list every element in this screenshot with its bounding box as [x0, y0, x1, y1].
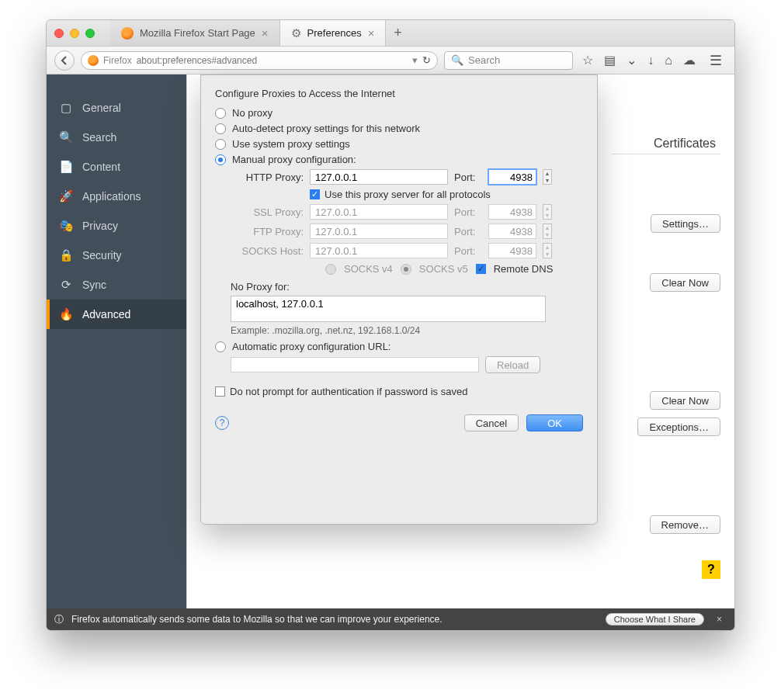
port-label: Port:	[454, 206, 482, 218]
toolbar: Firefox about:preferences#advanced ▾ ↻ 🔍…	[47, 47, 734, 75]
reading-list-icon[interactable]: ▤	[604, 53, 616, 68]
sidebar-item-security[interactable]: 🔒Security	[47, 241, 186, 270]
close-notice-icon[interactable]: ×	[712, 614, 727, 625]
sync-icon: ⟳	[59, 278, 73, 292]
use-for-all-checkbox[interactable]	[310, 189, 320, 199]
help-button[interactable]: ?	[702, 560, 720, 579]
radio-icon	[215, 108, 226, 119]
http-proxy-row: HTTP Proxy: Port: ▲▼	[231, 169, 583, 185]
new-tab-button[interactable]: +	[386, 20, 409, 46]
notice-text: Firefox automatically sends some data to…	[71, 614, 443, 625]
ftp-proxy-host-input	[310, 224, 448, 239]
port-label: Port:	[454, 172, 482, 183]
url-bar[interactable]: Firefox about:preferences#advanced ▾ ↻	[81, 51, 438, 70]
reload-button: Reload	[485, 356, 540, 373]
sidebar-item-label: Search	[82, 131, 116, 144]
ok-button[interactable]: OK	[526, 414, 583, 431]
reload-icon[interactable]: ↻	[422, 54, 431, 66]
radio-manual[interactable]: Manual proxy configuration:	[215, 154, 583, 165]
titlebar: Mozilla Firefox Start Page × ⚙ Preferenc…	[47, 20, 734, 47]
menu-button[interactable]: ☰	[705, 52, 727, 69]
port-stepper[interactable]: ▲▼	[543, 169, 552, 185]
dropdown-icon[interactable]: ▾	[412, 54, 418, 66]
tab-preferences[interactable]: ⚙ Preferences ×	[280, 20, 387, 46]
clear-now-button[interactable]: Clear Now	[650, 273, 720, 292]
clear-now-button-2[interactable]: Clear Now	[650, 391, 720, 410]
radio-auto-detect[interactable]: Auto-detect proxy settings for this netw…	[215, 123, 583, 134]
sidebar-item-label: Security	[82, 249, 122, 262]
radio-no-proxy[interactable]: No proxy	[215, 107, 583, 119]
tab-start-page[interactable]: Mozilla Firefox Start Page ×	[110, 20, 280, 46]
general-icon: ▢	[59, 101, 73, 115]
security-icon: 🔒	[59, 248, 73, 262]
http-proxy-port-input[interactable]	[488, 169, 536, 185]
close-window-icon[interactable]	[54, 29, 64, 38]
telemetry-notice-bar: ⓘ Firefox automatically sends some data …	[47, 608, 734, 630]
sidebar-item-privacy[interactable]: 🎭Privacy	[47, 211, 186, 241]
bookmark-star-icon[interactable]: ☆	[582, 53, 593, 68]
cancel-button[interactable]: Cancel	[464, 414, 519, 431]
certificates-tab[interactable]: Certificates	[654, 137, 716, 151]
socks-v5-radio	[401, 264, 411, 275]
no-proxy-example: Example: .mozilla.org, .net.nz, 192.168.…	[231, 325, 583, 336]
sidebar-item-general[interactable]: ▢General	[47, 93, 186, 123]
no-proxy-for-input[interactable]	[231, 296, 546, 322]
radio-icon	[215, 341, 226, 352]
chat-icon[interactable]: ☁	[683, 53, 696, 68]
radio-icon	[215, 154, 226, 165]
ssl-proxy-label: SSL Proxy:	[231, 206, 304, 218]
pocket-icon[interactable]: ⌄	[627, 53, 637, 68]
sidebar-item-label: General	[82, 102, 121, 114]
url-text: about:preferences#advanced	[137, 55, 408, 66]
privacy-icon: 🎭	[59, 219, 73, 233]
remote-dns-checkbox[interactable]	[476, 264, 486, 274]
info-icon: ⓘ	[54, 613, 64, 626]
ssl-proxy-row: SSL Proxy: Port: ▲▼	[231, 204, 583, 220]
sidebar-item-label: Content	[82, 161, 120, 173]
sidebar-item-content[interactable]: 📄Content	[47, 152, 186, 182]
search-icon: 🔍	[59, 130, 73, 144]
zoom-window-icon[interactable]	[85, 29, 95, 38]
settings-button[interactable]: Settings…	[651, 214, 720, 233]
sidebar-item-label: Privacy	[82, 220, 118, 232]
close-tab-icon[interactable]: ×	[262, 27, 269, 39]
port-stepper: ▲▼	[543, 243, 552, 258]
radio-label: Manual proxy configuration:	[232, 154, 356, 165]
exceptions-button[interactable]: Exceptions…	[637, 418, 720, 436]
radio-label: Automatic proxy configuration URL:	[232, 341, 390, 352]
sidebar-item-applications[interactable]: 🚀Applications	[47, 182, 186, 211]
help-icon[interactable]: ?	[215, 416, 229, 430]
do-not-prompt-label: Do not prompt for authentication if pass…	[230, 386, 467, 397]
radio-use-system[interactable]: Use system proxy settings	[215, 138, 583, 150]
dialog-title: Configure Proxies to Access the Internet	[215, 88, 583, 99]
socks-host-input	[310, 243, 448, 258]
choose-share-button[interactable]: Choose What I Share	[606, 613, 704, 625]
window-controls	[54, 29, 95, 38]
back-button[interactable]	[54, 50, 75, 71]
socks-host-row: SOCKS Host: Port: ▲▼	[231, 243, 583, 258]
close-tab-icon[interactable]: ×	[368, 27, 375, 39]
sidebar-item-search[interactable]: 🔍Search	[47, 123, 186, 152]
http-proxy-label: HTTP Proxy:	[231, 172, 304, 183]
sidebar-item-advanced[interactable]: 🔥Advanced	[47, 300, 186, 329]
ssl-proxy-port-input	[488, 204, 536, 220]
radio-icon	[215, 139, 226, 150]
firefox-icon	[88, 55, 99, 66]
socks-v4-label: SOCKS v4	[344, 263, 393, 275]
minimize-window-icon[interactable]	[70, 29, 79, 38]
ssl-proxy-host-input	[310, 204, 448, 220]
http-proxy-host-input[interactable]	[310, 169, 448, 185]
content-icon: 📄	[59, 160, 73, 174]
search-bar[interactable]: 🔍 Search	[444, 51, 573, 70]
downloads-icon[interactable]: ↓	[647, 54, 654, 68]
sidebar-item-sync[interactable]: ⟳Sync	[47, 270, 186, 300]
home-icon[interactable]: ⌂	[665, 54, 672, 68]
tab-label: Mozilla Firefox Start Page	[140, 27, 255, 39]
do-not-prompt-checkbox[interactable]	[215, 386, 225, 397]
radio-auto-url[interactable]: Automatic proxy configuration URL:	[215, 341, 583, 352]
search-placeholder: Search	[468, 54, 500, 66]
sidebar: ▢General 🔍Search 📄Content 🚀Applications …	[47, 75, 186, 608]
socks-host-label: SOCKS Host:	[231, 245, 304, 257]
sidebar-item-label: Advanced	[82, 308, 130, 321]
remove-button[interactable]: Remove…	[650, 515, 720, 534]
